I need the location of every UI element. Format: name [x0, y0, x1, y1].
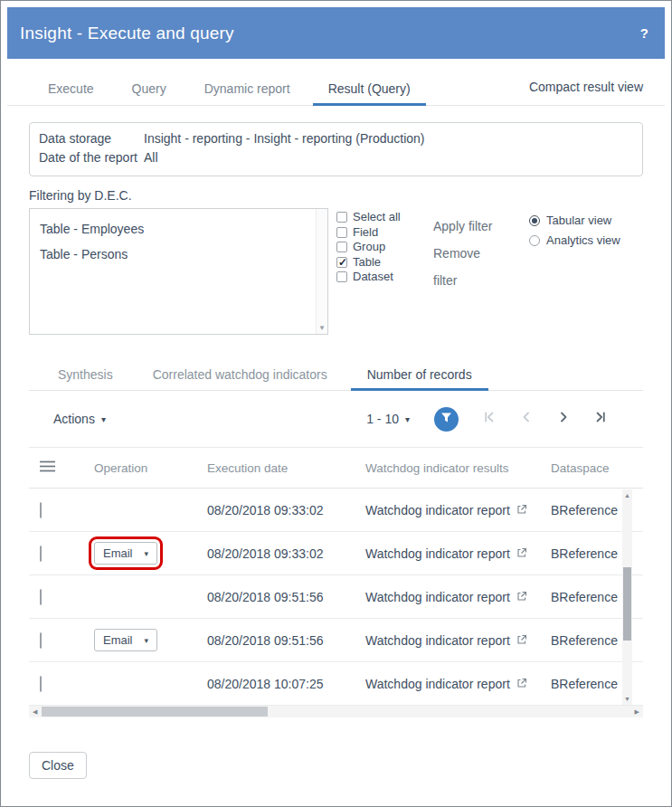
dialog-footer: Close [7, 717, 665, 779]
tab-query[interactable]: Query [113, 72, 185, 105]
watchdog-report-link[interactable]: Watchdog indicator report [365, 503, 510, 517]
external-link-icon [516, 503, 527, 517]
operation-select[interactable]: Email ▾ [94, 629, 157, 651]
table-row: Email ▾ 08/20/2018 09:33:02 Watchdog ind… [29, 532, 643, 575]
chevron-down-icon: ▾ [405, 414, 410, 424]
first-page-button[interactable] [483, 411, 496, 427]
listbox-scrollbar[interactable]: ▼ [316, 209, 327, 334]
filter-area: Table - Employees Table - Persons ▼ Sele… [29, 208, 643, 335]
page-range-dropdown[interactable]: 1 - 10 ▾ [366, 412, 410, 426]
execution-date-cell: 08/20/2018 10:07:25 [200, 677, 358, 691]
execution-date-cell: 08/20/2018 09:33:02 [200, 546, 358, 561]
chevron-down-icon: ▾ [145, 549, 149, 558]
tab-result-query[interactable]: Result (Query) [309, 72, 430, 105]
execution-date-cell: 08/20/2018 09:51:56 [200, 633, 358, 648]
row-checkbox[interactable] [40, 589, 42, 605]
col-header-watchdog-results: Watchdog indicator results [358, 461, 544, 475]
main-tabs: Execute Query Dynamic report Result (Que… [7, 70, 665, 106]
external-link-icon [516, 633, 527, 648]
scroll-up-icon: ▲ [622, 492, 632, 498]
col-header-operation: Operation [87, 461, 200, 475]
table-body: 08/20/2018 09:33:02 Watchdog indicator r… [29, 489, 643, 706]
checkbox-label: Dataset [353, 270, 393, 285]
dec-listbox[interactable]: Table - Employees Table - Persons ▼ [29, 208, 328, 335]
checkbox-label: Select all [353, 210, 401, 225]
row-checkbox[interactable] [40, 546, 42, 562]
remove-filter-link[interactable]: Remove filter [433, 240, 506, 294]
table-body-wrapper: 08/20/2018 09:33:02 Watchdog indicator r… [29, 489, 643, 706]
radio-label: Analytics view [546, 231, 620, 251]
checkbox-label: Group [353, 240, 385, 255]
report-date-row: Date of the report All [39, 148, 633, 167]
checkbox-select-all[interactable]: Select all [336, 210, 427, 225]
table-row: 08/20/2018 10:07:25 Watchdog indicator r… [29, 662, 643, 706]
radio-tabular-view[interactable]: Tabular view [529, 211, 620, 231]
checkbox-icon [336, 257, 347, 268]
scroll-right-icon: ▶ [635, 706, 639, 717]
chevron-down-icon: ▾ [101, 414, 106, 424]
columns-menu-icon[interactable] [40, 461, 55, 475]
funnel-icon [440, 411, 452, 427]
tab-dynamic-report[interactable]: Dynamic report [185, 72, 309, 105]
checkbox-dataset[interactable]: Dataset [336, 270, 427, 285]
checkbox-field[interactable]: Field [336, 225, 427, 241]
chevron-right-icon [557, 411, 570, 427]
titlebar: Insight - Execute and query ? [7, 7, 665, 59]
watchdog-report-link[interactable]: Watchdog indicator report [365, 677, 510, 691]
table-row: 08/20/2018 09:33:02 Watchdog indicator r… [29, 489, 643, 532]
operation-select-value: Email [103, 546, 133, 560]
radio-icon [529, 235, 540, 246]
filter-button[interactable] [434, 407, 459, 432]
tab-number-of-records[interactable]: Number of records [347, 360, 492, 390]
execution-date-cell: 08/20/2018 09:51:56 [200, 590, 358, 604]
horizontal-scrollbar-thumb[interactable] [42, 707, 268, 717]
chevron-down-icon: ▾ [145, 636, 149, 645]
result-tabs: Synthesis Correlated watchdog indicators… [29, 360, 643, 391]
vertical-scrollbar-thumb[interactable] [623, 567, 631, 641]
actions-label: Actions [53, 412, 95, 426]
apply-filter-link[interactable]: Apply filter [433, 213, 506, 240]
external-link-icon [516, 590, 527, 604]
external-link-icon [516, 546, 527, 561]
checkbox-table[interactable]: Table [336, 255, 427, 271]
close-button[interactable]: Close [29, 752, 87, 779]
radio-analytics-view[interactable]: Analytics view [529, 231, 620, 251]
previous-page-button[interactable] [520, 411, 533, 427]
help-button[interactable]: ? [640, 25, 648, 41]
list-item-table-persons[interactable]: Table - Persons [40, 242, 309, 267]
row-checkbox[interactable] [40, 676, 42, 692]
list-item-table-employees[interactable]: Table - Employees [40, 216, 309, 242]
actions-dropdown[interactable]: Actions ▾ [53, 412, 106, 426]
report-date-label: Date of the report [39, 148, 144, 167]
scroll-left-icon: ◀ [33, 706, 37, 717]
operation-select[interactable]: Email ▾ [94, 542, 157, 565]
last-page-button[interactable] [594, 411, 607, 427]
external-link-icon [516, 677, 527, 691]
last-page-icon [594, 411, 607, 427]
radio-label: Tabular view [546, 211, 611, 231]
next-page-button[interactable] [557, 411, 570, 427]
filtering-section-label: Filtering by D.E.C. [29, 188, 643, 203]
checkbox-label: Table [353, 255, 381, 271]
first-page-icon [483, 411, 496, 427]
row-checkbox[interactable] [40, 632, 42, 649]
watchdog-report-link[interactable]: Watchdog indicator report [365, 546, 510, 561]
horizontal-scrollbar[interactable]: ◀ ▶ [29, 706, 643, 717]
compact-result-view-button[interactable]: Compact result view [529, 80, 643, 105]
tab-synthesis[interactable]: Synthesis [38, 360, 133, 390]
vertical-scrollbar[interactable]: ▲ ▼ [622, 489, 632, 705]
dialog-window: Insight - Execute and query ? Execute Qu… [0, 0, 672, 807]
watchdog-report-link[interactable]: Watchdog indicator report [365, 590, 510, 604]
checkbox-icon [336, 227, 347, 238]
checkbox-icon [336, 242, 347, 252]
report-date-value: All [144, 148, 158, 167]
tab-execute[interactable]: Execute [29, 72, 113, 105]
watchdog-report-link[interactable]: Watchdog indicator report [365, 633, 510, 648]
row-checkbox[interactable] [40, 502, 42, 518]
tab-correlated-watchdog-indicators[interactable]: Correlated watchdog indicators [133, 360, 347, 390]
data-storage-label: Data storage [39, 129, 144, 148]
scroll-down-icon: ▼ [318, 322, 326, 334]
window-title: Insight - Execute and query [20, 24, 234, 43]
data-storage-row: Data storage Insight - reporting - Insig… [39, 129, 633, 148]
checkbox-group[interactable]: Group [336, 240, 427, 255]
